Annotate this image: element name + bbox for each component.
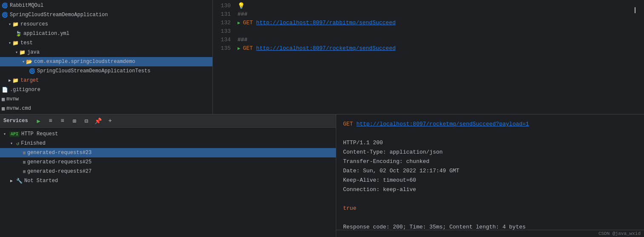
tree-label: resources	[20, 21, 48, 27]
status-bar: CSDN @java_wxid	[336, 230, 644, 237]
resp-status: HTTP/1.1 200	[343, 138, 383, 148]
text-cursor	[634, 7, 635, 13]
tree-item-springcloudstream[interactable]: 🌀 SpringCloudStreamDemoApplication	[0, 10, 212, 20]
resp-header-val: keep-alive	[383, 185, 416, 194]
tree-item-rabbitmq[interactable]: 🌀 RabbitMQOul	[0, 1, 212, 10]
filter-button[interactable]: ⊟	[82, 116, 91, 126]
resp-header-val: timeout=60	[383, 176, 416, 185]
stop-button[interactable]: ≡	[58, 116, 67, 126]
tree-label: java	[27, 49, 40, 55]
stop-all-button[interactable]: ≡	[46, 116, 55, 126]
expand-icon: ▾	[3, 131, 9, 137]
code-line-132: ▶ GET http://localhost:8097/rabbitmq/sen…	[238, 19, 641, 27]
tree-item-testclass[interactable]: 🌀 SpringCloudStreamDemoApplicationTests	[0, 66, 212, 76]
resp-footer: Response code: 200; Time: 35ms; Content …	[343, 223, 637, 230]
services-tree: ▾ API HTTP Request ▾ ↺ Finished ▦ genera…	[0, 128, 336, 237]
resp-header-val: application/json	[389, 148, 443, 157]
resp-header-transfer-encoding: Transfer-Encoding: chunked	[343, 157, 637, 166]
code-comment: ###	[238, 10, 247, 19]
resp-header-date: Date: Sun, 02 Oct 2022 12:17:49 GMT	[343, 166, 637, 176]
resp-header-val: Sun, 02 Oct 2022 12:17:49 GMT	[363, 166, 459, 176]
request-icon: ▦	[23, 150, 26, 155]
yml-icon: 🍃	[15, 31, 22, 37]
editor-url-rocketmq[interactable]: http://localhost:8097/rocketmq/sendSucce…	[256, 44, 396, 53]
resp-header-val: chunked	[406, 157, 429, 166]
tree-item-resources[interactable]: ▾ 📁 resources	[0, 20, 212, 29]
tree-label: com.example.springcloudstreamdemo	[34, 59, 135, 65]
resp-header-key: Transfer-Encoding:	[343, 157, 406, 166]
wrench-icon: 🔧	[16, 178, 23, 184]
spring-icon: 🌀	[2, 3, 8, 9]
folder-icon: 📁	[19, 49, 26, 56]
tree-label: RabbitMQOul	[10, 3, 43, 9]
tree-item-mvnw[interactable]: ▦ mvnw	[0, 94, 212, 104]
editor-url-rabbitmq[interactable]: http://localhost:8097/rabbitmq/sendSucce…	[256, 19, 396, 27]
response-request-line: GET http://localhost:8097/rocketmq/sendS…	[343, 120, 637, 129]
tree-item-test[interactable]: ▾ 📁 test	[0, 38, 212, 48]
tree-item-appyml[interactable]: 🍃 application.yml	[0, 29, 212, 38]
svc-label: HTTP Request	[21, 131, 58, 137]
line-numbers: 130 131 132 133 134 135	[213, 0, 234, 114]
request-icon: ▦	[23, 160, 26, 165]
code-area[interactable]: 💡 ### ▶ GET http://localhost:8097/rabbit…	[234, 0, 644, 114]
expand-icon: ▶	[10, 178, 15, 183]
code-line-131: ###	[238, 10, 641, 19]
tree-item-target[interactable]: ▶ 📁 target	[0, 76, 212, 85]
run-button[interactable]: ▶	[34, 116, 43, 126]
resp-method: GET	[343, 120, 353, 129]
file-icon: ▦	[2, 96, 5, 103]
tree-item-comexample[interactable]: ▾ 📂 com.example.springcloudstreamdemo	[0, 57, 212, 66]
editor-panel: 130 131 132 133 134 135 💡 ### ▶ GET	[213, 0, 644, 114]
tree-label: SpringCloudStreamDemoApplication	[10, 12, 108, 18]
folder-open-icon: 📂	[26, 59, 32, 65]
resp-url[interactable]: http://localhost:8097/rocketmq/sendSucce…	[356, 120, 529, 129]
resp-header-key: Date:	[343, 166, 363, 176]
resp-footer-text: Response code: 200; Time: 35ms; Content …	[343, 223, 526, 230]
resp-blank-2	[343, 194, 637, 204]
svc-item-finished[interactable]: ▾ ↺ Finished	[0, 139, 336, 148]
svc-label: generated-requests#27	[27, 168, 92, 174]
resp-header-content-type: Content-Type: application/json	[343, 148, 637, 157]
svc-label: generated-requests#23	[27, 150, 92, 156]
pin-button[interactable]: 📌	[94, 116, 103, 126]
svc-item-req27[interactable]: ▦ generated-requests#27	[0, 167, 336, 176]
spring-icon: 🌀	[2, 12, 8, 18]
resp-status-line: HTTP/1.1 200	[343, 138, 637, 148]
tree-label: test	[20, 40, 33, 46]
add-button[interactable]: +	[106, 116, 115, 126]
response-panel: GET http://localhost:8097/rocketmq/sendS…	[336, 114, 644, 237]
code-line-134: ###	[238, 36, 641, 44]
expand-icon: ▾	[10, 141, 15, 146]
resp-body: true	[343, 204, 637, 213]
resp-blank-1	[343, 129, 637, 138]
finished-icon: ↺	[16, 140, 19, 147]
services-toolbar: Services ▶ ≡ ≡ ⊞ ⊟ 📌 +	[0, 114, 336, 128]
target-icon: 📁	[12, 77, 19, 84]
tree-label: mvnw.cmd	[6, 106, 31, 111]
folder-open-icon: 📁	[12, 40, 19, 46]
tree-label: application.yml	[23, 31, 69, 37]
resp-header-connection: Connection: keep-alive	[343, 185, 637, 194]
tree-item-mvnwcmd[interactable]: ▦ mvnw.cmd	[0, 104, 212, 113]
svc-label: Finished	[21, 140, 46, 146]
file-tree: 🌀 RabbitMQOul 🌀 SpringCloudStreamDemoApp…	[0, 0, 213, 114]
tree-item-java[interactable]: ▾ 📁 java	[0, 48, 212, 57]
http-method-get: GET	[243, 44, 253, 53]
svc-label: generated-requests#25	[27, 159, 92, 165]
group-button[interactable]: ⊞	[70, 116, 79, 126]
run-arrow[interactable]: ▶	[238, 44, 240, 53]
tree-label: target	[20, 77, 39, 83]
run-arrow[interactable]: ▶	[238, 19, 240, 27]
spring-icon: 🌀	[29, 68, 35, 74]
tree-item-gitignore[interactable]: 📄 .gitignore	[0, 85, 212, 94]
svc-label: Not Started	[24, 178, 58, 184]
services-panel: Services ▶ ≡ ≡ ⊞ ⊟ 📌 + ▾ API HTTP Reques…	[0, 114, 336, 237]
svc-item-http-request[interactable]: ▾ API HTTP Request	[0, 129, 336, 139]
svc-item-not-started[interactable]: ▶ 🔧 Not Started	[0, 176, 336, 186]
response-content: GET http://localhost:8097/rocketmq/sendS…	[336, 114, 644, 230]
svc-item-req23[interactable]: ▦ generated-requests#23	[0, 148, 336, 157]
http-icon: API	[9, 131, 20, 137]
code-line-133	[238, 27, 641, 36]
tree-label: .gitignore	[10, 87, 40, 93]
svc-item-req25[interactable]: ▦ generated-requests#25	[0, 157, 336, 167]
